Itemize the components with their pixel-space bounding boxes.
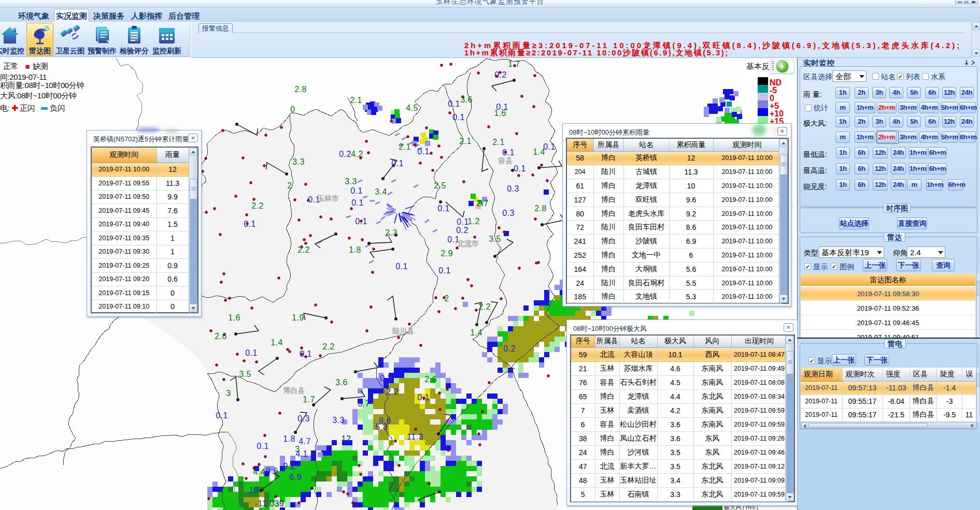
svg-text:0.1: 0.1 xyxy=(300,349,312,358)
svg-text:1.6: 1.6 xyxy=(494,109,506,118)
svg-text:0.3: 0.3 xyxy=(502,209,515,217)
svg-text:1.8: 1.8 xyxy=(283,434,295,443)
svg-text:博白县: 博白县 xyxy=(282,386,305,395)
svg-text:陆川县: 陆川县 xyxy=(392,327,414,335)
svg-text:4.1: 4.1 xyxy=(295,449,308,458)
svg-text:2.5: 2.5 xyxy=(434,181,446,190)
svg-text:1.4: 1.4 xyxy=(533,148,545,156)
svg-text:0.1: 0.1 xyxy=(417,393,430,402)
svg-text:0.1: 0.1 xyxy=(395,262,408,271)
svg-text:0.2: 0.2 xyxy=(503,344,516,353)
svg-text:0.1: 0.1 xyxy=(391,159,404,168)
svg-text:1.2: 1.2 xyxy=(467,217,480,226)
svg-text:0.1: 0.1 xyxy=(417,147,430,156)
svg-text:3.4: 3.4 xyxy=(375,187,387,196)
svg-text:2.8: 2.8 xyxy=(294,85,307,94)
svg-text:2.2: 2.2 xyxy=(322,342,335,351)
svg-text:1.8: 1.8 xyxy=(349,245,361,254)
svg-text:2.1: 2.1 xyxy=(350,96,362,105)
svg-text:1.4: 1.4 xyxy=(470,328,482,337)
svg-text:9.2: 9.2 xyxy=(283,462,295,471)
svg-text:1.6: 1.6 xyxy=(228,313,240,322)
svg-text:0: 0 xyxy=(290,105,295,114)
svg-text:1.4: 1.4 xyxy=(271,338,283,347)
svg-text:2.9: 2.9 xyxy=(441,249,453,258)
svg-text:2.8: 2.8 xyxy=(534,204,547,213)
svg-text:1.7: 1.7 xyxy=(303,395,315,404)
svg-text:0.1: 0.1 xyxy=(437,204,450,213)
svg-text:玉林市: 玉林市 xyxy=(317,194,339,202)
svg-text:2.2: 2.2 xyxy=(251,201,264,210)
svg-text:2.1: 2.1 xyxy=(459,137,472,145)
svg-text:2.2: 2.2 xyxy=(297,245,310,254)
svg-text:0.1: 0.1 xyxy=(245,348,258,357)
svg-text:3.3: 3.3 xyxy=(292,157,305,166)
svg-text:2.1: 2.1 xyxy=(399,142,411,151)
svg-text:3.6: 3.6 xyxy=(460,95,473,104)
svg-text:4.4: 4.4 xyxy=(253,468,265,476)
svg-text:容县: 容县 xyxy=(498,156,513,165)
svg-text:11.3: 11.3 xyxy=(407,432,423,441)
svg-text:0.1: 0.1 xyxy=(350,186,363,195)
svg-text:1.7: 1.7 xyxy=(508,60,520,68)
svg-text:0.2: 0.2 xyxy=(494,70,507,79)
svg-text:6.9: 6.9 xyxy=(289,473,302,482)
svg-text:-11.039: -11.039 xyxy=(255,499,285,508)
svg-text:2.6: 2.6 xyxy=(215,332,227,341)
svg-text:0.1: 0.1 xyxy=(452,113,465,122)
svg-text:0.1: 0.1 xyxy=(244,220,256,228)
svg-text:3.5: 3.5 xyxy=(489,235,501,243)
svg-text:2.6: 2.6 xyxy=(424,375,437,384)
svg-text:0.1: 0.1 xyxy=(438,266,451,275)
svg-text:1.9: 1.9 xyxy=(292,313,304,322)
svg-text:0.2: 0.2 xyxy=(456,226,468,235)
svg-text:3.5: 3.5 xyxy=(239,370,251,378)
svg-text:0.3: 0.3 xyxy=(297,414,310,423)
svg-text:0.1: 0.1 xyxy=(502,148,515,157)
svg-text:2: 2 xyxy=(444,294,449,303)
svg-text:0.1: 0.1 xyxy=(257,442,269,450)
svg-text:0.3: 0.3 xyxy=(380,374,392,383)
svg-text:0.1: 0.1 xyxy=(355,217,367,226)
svg-text:3.3: 3.3 xyxy=(332,416,345,425)
svg-text:4.7: 4.7 xyxy=(299,437,311,446)
svg-text:2.7: 2.7 xyxy=(476,199,489,208)
svg-text:0.1: 0.1 xyxy=(351,198,364,207)
svg-text:4.2: 4.2 xyxy=(351,150,363,158)
svg-text:北流市: 北流市 xyxy=(457,239,479,247)
svg-text:2: 2 xyxy=(287,181,292,190)
svg-text:3: 3 xyxy=(226,389,231,398)
svg-text:0.1: 0.1 xyxy=(457,217,469,226)
svg-text:3.3: 3.3 xyxy=(345,177,357,186)
svg-text:5.3: 5.3 xyxy=(375,422,388,431)
svg-text:12: 12 xyxy=(342,434,351,443)
svg-text:0.1: 0.1 xyxy=(216,411,228,420)
svg-text:0.1: 0.1 xyxy=(448,99,460,108)
svg-text:2.2: 2.2 xyxy=(478,302,491,311)
svg-text:0.1: 0.1 xyxy=(514,164,526,173)
svg-text:10.: 10. xyxy=(249,486,261,494)
svg-text:2.1: 2.1 xyxy=(492,138,505,147)
svg-text:2.3: 2.3 xyxy=(385,228,397,237)
svg-text:0.3: 0.3 xyxy=(507,184,519,193)
svg-text:3.7: 3.7 xyxy=(358,399,370,408)
svg-text:4.5: 4.5 xyxy=(406,104,418,112)
svg-text:9.6: 9.6 xyxy=(266,467,278,475)
svg-text:2.2: 2.2 xyxy=(386,387,399,396)
svg-text:3.6: 3.6 xyxy=(335,378,348,387)
svg-text:0.2: 0.2 xyxy=(339,150,351,158)
